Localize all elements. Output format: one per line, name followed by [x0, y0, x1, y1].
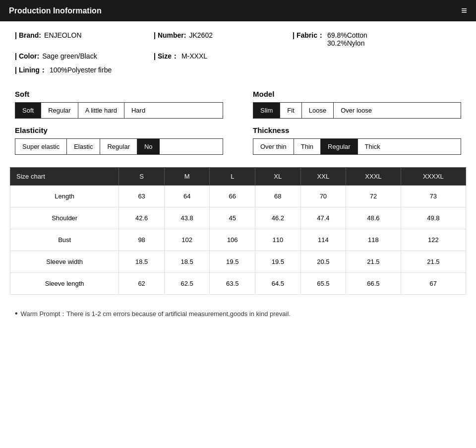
cell: 18.5: [164, 251, 210, 273]
model-group: Model Slim Fit Loose Over loose: [253, 90, 461, 119]
col-header-m: M: [164, 168, 210, 186]
elasticity-title: Elasticity: [15, 126, 223, 134]
info-row-2: Color: Sage green/Black Size： M-XXXL: [15, 52, 461, 61]
table-row: Sleeve length 62 62.5 63.5 64.5 65.5 66.…: [10, 273, 466, 295]
cell: 47.4: [300, 207, 346, 229]
brand-value: ENJEOLON: [44, 31, 81, 39]
brand-block: Brand: ENJEOLON: [15, 31, 154, 47]
thickness-option-regular[interactable]: Regular: [321, 139, 358, 154]
lining-value: 100%Polyester firbe: [50, 66, 112, 74]
row-label-shoulder: Shoulder: [10, 207, 119, 229]
cell: 63: [119, 186, 165, 207]
fabric-label: Fabric：: [293, 31, 324, 40]
soft-option-alittlehard[interactable]: A little hard: [78, 103, 124, 118]
thickness-group: Thickness Over thin Thin Regular Thick: [253, 126, 461, 155]
cell: 21.5: [346, 251, 401, 273]
size-chart-section: Size chart S M L XL XXL XXXL XXXXL Lengt…: [0, 162, 476, 305]
cell: 18.5: [119, 251, 165, 273]
soft-model-section: Soft Soft Regular A little hard Hard Mod…: [0, 85, 476, 124]
row-label-length: Length: [10, 186, 119, 207]
thickness-option-overthin[interactable]: Over thin: [253, 139, 294, 154]
model-options: Slim Fit Loose Over loose: [253, 102, 461, 119]
model-title: Model: [253, 90, 461, 98]
cell: 114: [300, 229, 346, 251]
cell: 21.5: [401, 251, 466, 273]
cell: 64: [164, 186, 210, 207]
table-row: Bust 98 102 106 110 114 118 122: [10, 229, 466, 251]
brand-label: Brand:: [15, 31, 41, 39]
cell: 19.5: [255, 251, 301, 273]
thickness-options: Over thin Thin Regular Thick: [253, 138, 461, 155]
size-block: Size： M-XXXL: [154, 52, 293, 61]
bullet-icon: •: [15, 310, 18, 318]
number-label: Number:: [154, 31, 186, 39]
cell: 62.5: [164, 273, 210, 295]
table-header-row: Size chart S M L XL XXL XXXL XXXXL: [10, 168, 466, 186]
elasticity-thickness-section: Elasticity Super elastic Elastic Regular…: [0, 124, 476, 162]
warm-prompt-section: • Warm Prompt：There is 1-2 cm errors bec…: [0, 305, 476, 328]
cell: 45: [210, 207, 255, 229]
cell: 102: [164, 229, 210, 251]
size-label: Size：: [154, 52, 178, 61]
row-label-sleeve-width: Sleeve width: [10, 251, 119, 273]
elasticity-option-no[interactable]: No: [137, 139, 160, 154]
soft-options: Soft Regular A little hard Hard: [15, 102, 223, 119]
color-block: Color: Sage green/Black: [15, 52, 154, 61]
soft-option-soft[interactable]: Soft: [15, 103, 41, 118]
thickness-option-thick[interactable]: Thick: [358, 139, 387, 154]
page-header: Production Inoformation ≡: [0, 0, 476, 21]
thickness-title: Thickness: [253, 126, 461, 134]
cell: 110: [255, 229, 301, 251]
number-value: JK2602: [189, 31, 212, 39]
elasticity-options: Super elastic Elastic Regular No: [15, 138, 223, 155]
elasticity-option-elastic[interactable]: Elastic: [67, 139, 100, 154]
info-row-1: Brand: ENJEOLON Number: JK2602 Fabric： 6…: [15, 31, 461, 47]
lining-label: Lining：: [15, 66, 47, 75]
col-header-xxl: XXL: [300, 168, 346, 186]
cell: 65.5: [300, 273, 346, 295]
fabric-block: Fabric： 69.8%Cotton30.2%Nylon: [293, 31, 431, 47]
cell: 122: [401, 229, 466, 251]
cell: 73: [401, 186, 466, 207]
col-header-xl: XL: [255, 168, 301, 186]
soft-title: Soft: [15, 90, 223, 98]
row-label-sleeve-length: Sleeve length: [10, 273, 119, 295]
thickness-option-thin[interactable]: Thin: [294, 139, 321, 154]
elasticity-option-superelastic[interactable]: Super elastic: [15, 139, 67, 154]
model-option-loose[interactable]: Loose: [302, 103, 334, 118]
elasticity-group: Elasticity Super elastic Elastic Regular…: [15, 126, 223, 155]
cell: 46.2: [255, 207, 301, 229]
cell: 67: [401, 273, 466, 295]
cell: 106: [210, 229, 255, 251]
soft-option-hard[interactable]: Hard: [124, 103, 152, 118]
lining-block: Lining： 100%Polyester firbe: [15, 66, 154, 75]
model-option-fit[interactable]: Fit: [280, 103, 301, 118]
menu-icon[interactable]: ≡: [461, 5, 467, 16]
table-row: Sleeve width 18.5 18.5 19.5 19.5 20.5 21…: [10, 251, 466, 273]
model-option-slim[interactable]: Slim: [253, 103, 280, 118]
cell: 118: [346, 229, 401, 251]
col-header-xxxl: XXXL: [346, 168, 401, 186]
number-block: Number: JK2602: [154, 31, 293, 47]
cell: 98: [119, 229, 165, 251]
cell: 63.5: [210, 273, 255, 295]
fabric-value: 69.8%Cotton30.2%Nylon: [327, 31, 367, 47]
model-option-overloose[interactable]: Over loose: [334, 103, 379, 118]
row-label-bust: Bust: [10, 229, 119, 251]
elasticity-option-regular[interactable]: Regular: [100, 139, 137, 154]
info-row-3: Lining： 100%Polyester firbe: [15, 66, 461, 75]
cell: 66.5: [346, 273, 401, 295]
cell: 62: [119, 273, 165, 295]
cell: 68: [255, 186, 301, 207]
table-row: Shoulder 42.6 43.8 45 46.2 47.4 48.6 49.…: [10, 207, 466, 229]
warm-prompt-text: Warm Prompt：There is 1-2 cm errors becau…: [21, 310, 291, 319]
cell: 70: [300, 186, 346, 207]
col-header-l: L: [210, 168, 255, 186]
table-row: Length 63 64 66 68 70 72 73: [10, 186, 466, 207]
soft-option-regular[interactable]: Regular: [41, 103, 78, 118]
product-info-section: Brand: ENJEOLON Number: JK2602 Fabric： 6…: [0, 21, 476, 85]
size-chart-table: Size chart S M L XL XXL XXXL XXXXL Lengt…: [10, 167, 466, 295]
cell: 19.5: [210, 251, 255, 273]
col-header-s: S: [119, 168, 165, 186]
cell: 64.5: [255, 273, 301, 295]
